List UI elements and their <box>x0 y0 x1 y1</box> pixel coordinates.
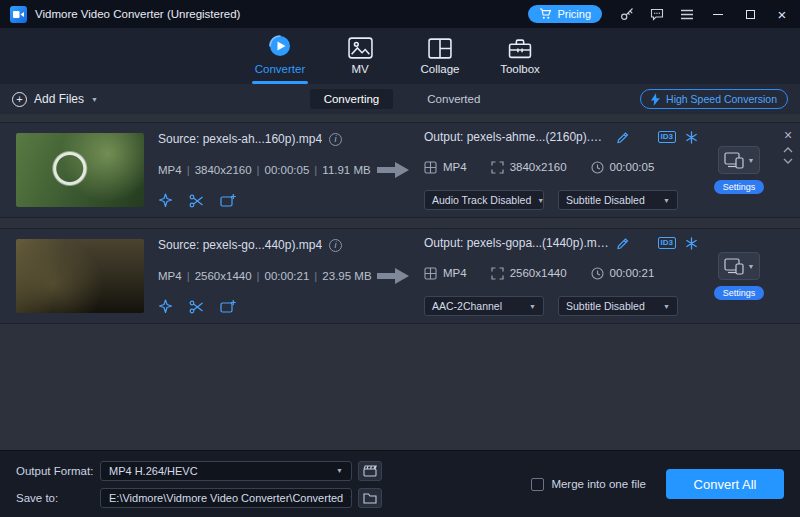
video-thumbnail[interactable] <box>16 239 144 313</box>
output-metadata: MP4 2560x1440 00:00:21 <box>424 267 702 280</box>
audio-track-select[interactable]: AAC-2Channel ▼ <box>424 296 544 316</box>
row-actions <box>158 299 370 314</box>
cart-icon <box>539 8 552 20</box>
device-profile-icon <box>724 151 744 169</box>
output-format-row: Output Format: MP4 H.264/HEVC ▼ <box>16 460 382 481</box>
pricing-button[interactable]: Pricing <box>528 5 602 23</box>
save-to-label: Save to: <box>16 492 100 504</box>
maximize-button[interactable] <box>738 3 762 25</box>
format-list-button[interactable] <box>358 461 382 481</box>
settings-button[interactable]: Settings <box>714 286 765 300</box>
settings-button[interactable]: Settings <box>714 180 765 194</box>
subtitle-select[interactable]: Subtitle Disabled ▼ <box>558 296 678 316</box>
app-window: Vidmore Video Converter (Unregistered) P… <box>0 0 800 517</box>
enhance-plus-icon[interactable] <box>685 237 698 250</box>
chevron-down-icon: ▼ <box>748 157 755 164</box>
merge-checkbox[interactable] <box>531 478 544 491</box>
output-format-value: MP4 H.264/HEVC <box>109 465 198 477</box>
cut-icon[interactable] <box>189 194 204 208</box>
id3-button[interactable]: ID3 <box>658 131 676 143</box>
chevron-up-icon[interactable] <box>783 147 793 153</box>
high-speed-conversion-button[interactable]: High Speed Conversion <box>640 89 788 109</box>
convert-all-button[interactable]: Convert All <box>666 469 784 499</box>
enhance-icon[interactable] <box>220 193 237 208</box>
subtitle-select[interactable]: Subtitle Disabled ▼ <box>558 190 678 210</box>
plus-icon: + <box>12 92 27 107</box>
remove-file-icon[interactable]: × <box>784 128 792 142</box>
list-toolbar: + Add Files ▼ Converting Converted High … <box>0 84 800 114</box>
info-icon[interactable]: i <box>329 133 342 146</box>
feedback-icon[interactable] <box>646 4 668 24</box>
source-size: 11.91 MB <box>322 164 370 176</box>
source-duration: 00:00:21 <box>265 270 310 282</box>
tab-converting[interactable]: Converting <box>310 89 394 109</box>
edit-icon[interactable] <box>158 299 173 314</box>
separator: | <box>314 164 317 176</box>
tab-collage[interactable]: Collage <box>405 33 475 84</box>
tab-toolbox[interactable]: Toolbox <box>485 33 555 84</box>
tab-collage-label: Collage <box>421 63 460 75</box>
save-to-select[interactable]: E:\Vidmore\Vidmore Video Converter\Conve… <box>100 488 352 508</box>
converter-icon <box>267 33 293 59</box>
output-duration: 00:00:05 <box>610 161 655 173</box>
browse-folder-button[interactable] <box>358 488 382 508</box>
footer-left: Output Format: MP4 H.264/HEVC ▼ Save to:… <box>16 460 382 508</box>
source-name-line: Source: pexels-go...440p).mp4 i <box>158 238 370 252</box>
enhance-icon[interactable] <box>220 299 237 314</box>
minimize-icon <box>713 14 723 15</box>
titlebar: Vidmore Video Converter (Unregistered) P… <box>0 0 800 28</box>
register-key-icon[interactable] <box>616 4 638 24</box>
chevron-down-icon: ▼ <box>343 494 352 501</box>
chevron-down-icon[interactable] <box>783 158 793 164</box>
output-format-label: Output Format: <box>16 465 100 477</box>
rename-icon[interactable] <box>616 131 629 144</box>
output-profile-button[interactable]: ▼ <box>718 146 761 174</box>
output-profile-button[interactable]: ▼ <box>718 252 761 280</box>
cut-icon[interactable] <box>189 300 204 314</box>
output-column: Output: pexels-gopa...(1440p).mp4 ID3 MP… <box>424 236 702 316</box>
output-column: Output: pexels-ahme...(2160p).mp4 ID3 MP… <box>424 130 702 210</box>
save-to-row: Save to: E:\Vidmore\Vidmore Video Conver… <box>16 487 382 508</box>
output-duration-group: 00:00:05 <box>591 161 655 174</box>
output-duration-group: 00:00:21 <box>591 267 655 280</box>
toolbox-icon <box>508 38 532 59</box>
merge-into-one-file-toggle[interactable]: Merge into one file <box>531 478 646 491</box>
tab-converter[interactable]: Converter <box>245 28 315 84</box>
video-thumbnail[interactable] <box>16 133 144 207</box>
add-files-button[interactable]: + Add Files ▼ <box>12 92 98 107</box>
lightning-icon <box>651 93 660 106</box>
resolution-icon <box>491 267 504 280</box>
chevron-down-icon: ▼ <box>523 303 536 310</box>
audio-track-select[interactable]: Audio Track Disabled ▼ <box>424 190 544 210</box>
output-extra-icons: ID3 <box>658 237 698 250</box>
footer-bar: Output Format: MP4 H.264/HEVC ▼ Save to:… <box>0 450 800 517</box>
minimize-button[interactable] <box>706 3 730 25</box>
output-resolution-group: 2560x1440 <box>491 267 567 280</box>
menu-icon[interactable] <box>676 4 698 24</box>
close-button[interactable]: × <box>770 3 794 25</box>
source-column: Source: pexels-go...440p).mp4 i MP4|2560… <box>158 238 370 314</box>
source-format: MP4 <box>158 270 182 282</box>
profile-column: ▼ Settings <box>708 252 770 300</box>
separator: | <box>257 164 260 176</box>
audio-track-value: Audio Track Disabled <box>432 194 531 206</box>
chevron-down-icon: ▼ <box>330 467 343 474</box>
source-resolution: 3840x2160 <box>195 164 252 176</box>
output-resolution-group: 3840x2160 <box>491 161 567 174</box>
rename-icon[interactable] <box>616 237 629 250</box>
source-filename: Source: pexels-ah...160p).mp4 <box>158 132 322 146</box>
tab-mv[interactable]: MV <box>325 32 395 84</box>
row-actions <box>158 193 370 208</box>
chevron-down-icon: ▼ <box>657 303 670 310</box>
chevron-down-icon: ▼ <box>531 197 544 204</box>
file-row: Source: pexels-ah...160p).mp4 i MP4|3840… <box>0 122 800 218</box>
output-format-select[interactable]: MP4 H.264/HEVC ▼ <box>100 461 352 481</box>
folder-icon <box>363 492 377 504</box>
output-format: MP4 <box>443 161 467 173</box>
id3-button[interactable]: ID3 <box>658 237 676 249</box>
tab-converted[interactable]: Converted <box>417 89 490 109</box>
info-icon[interactable]: i <box>329 239 342 252</box>
edit-icon[interactable] <box>158 193 173 208</box>
enhance-plus-icon[interactable] <box>685 131 698 144</box>
subtitle-value: Subtitle Disabled <box>566 194 645 206</box>
